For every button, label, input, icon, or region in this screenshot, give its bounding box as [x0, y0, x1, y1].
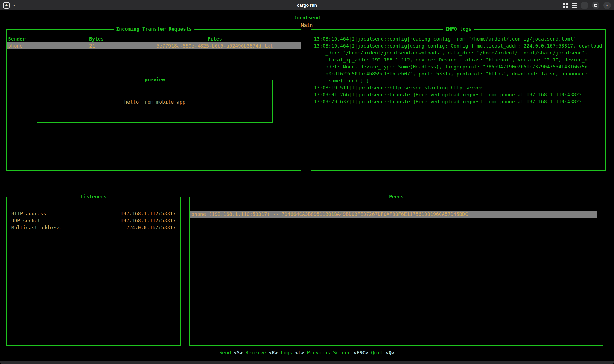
info-logs-title: INFO logs	[443, 26, 474, 32]
close-button[interactable]: ×	[603, 2, 611, 9]
incoming-transfers-table: Sender Bytes Files phone 21 5e77918a-569…	[7, 35, 301, 49]
hint-logs-key[interactable]: <L>	[295, 349, 304, 356]
tab-list-dropdown-button[interactable]: ▼	[11, 1, 17, 10]
listener-rows: HTTP address 192.168.1.112:53317 UDP soc…	[7, 197, 180, 231]
titlebar-right-controls: – ×	[563, 2, 611, 9]
titlebar-left-controls: + ▼	[3, 1, 17, 10]
minimize-icon: –	[583, 3, 586, 7]
listener-label-udp: UDP socket	[11, 217, 40, 224]
hint-receive-label: Receive	[246, 349, 266, 356]
log-line: 13:08:19.464|I|jocalsend::config|reading…	[314, 35, 603, 42]
minimize-button[interactable]: –	[581, 2, 588, 9]
table-row[interactable]: phone 21 5e77918a-569e-4825-b6b5-a52496b…	[7, 42, 301, 49]
chevron-down-icon: ▼	[13, 4, 15, 7]
listener-label-multicast: Multicast address	[11, 224, 61, 231]
preview-title: preview	[142, 76, 167, 83]
listener-label-http: HTTP address	[11, 210, 46, 217]
log-line: b0cd1622e501ac4b859c13fb1eb07", port: 53…	[314, 70, 603, 77]
peers-title: Peers	[387, 193, 406, 200]
column-header-sender: Sender	[7, 35, 85, 42]
list-item: HTTP address 192.168.1.112:53317	[11, 210, 176, 217]
log-lines[interactable]: 13:08:19.464|I|jocalsend::config|reading…	[311, 30, 605, 105]
incoming-transfers-title: Incoming Transfer Requests	[114, 26, 194, 32]
log-line: local_ip_addr: 192.168.1.112, device: De…	[314, 56, 603, 63]
tab-overview-button[interactable]	[563, 3, 568, 8]
log-line: 13:08:19.464|I|jocalsend::config|using c…	[314, 42, 603, 49]
menu-button[interactable]	[572, 3, 577, 8]
log-line: 13:09:01.266|I|jocalsend::transfer|Recei…	[314, 91, 603, 98]
maximize-button[interactable]	[592, 2, 599, 9]
preview-box: preview hello from mobile app	[37, 80, 273, 123]
peer-list-item[interactable]: phone (192.168.1.110:53317) -- 794664CA3…	[190, 211, 597, 218]
listener-value-multicast: 224.0.0.167:53317	[126, 224, 176, 231]
new-tab-button[interactable]: +	[3, 2, 10, 9]
hint-quit-key[interactable]: <Q>	[386, 349, 394, 356]
info-logs-panel: INFO logs 13:08:19.464|I|jocalsend::conf…	[311, 29, 606, 171]
list-item: UDP socket 192.168.1.112:53317	[11, 217, 176, 224]
log-line: _dir: "/home/ardent/jocalsend-downloads"…	[314, 49, 603, 56]
hint-previous-screen-key[interactable]: <ESC>	[354, 349, 368, 356]
close-icon: ×	[606, 3, 608, 7]
list-item: Multicast address 224.0.0.167:53317	[11, 224, 176, 231]
hint-send-label: Send	[219, 349, 231, 356]
hint-receive-key[interactable]: <R>	[269, 349, 278, 356]
listeners-panel: Listeners HTTP address 192.168.1.112:533…	[6, 197, 181, 346]
titlebar: + ▼ cargo run – ×	[0, 0, 614, 10]
hint-previous-screen-label: Previous Screen	[307, 349, 351, 356]
hint-quit-label: Quit	[371, 349, 383, 356]
transfer-bytes: 21	[85, 42, 128, 49]
terminal-window: + ▼ cargo run – ×	[0, 0, 614, 364]
listeners-title: Listeners	[78, 193, 109, 200]
log-line: 13:09:29.637|I|jocalsend::transfer|Recei…	[314, 98, 603, 105]
preview-content: hello from mobile app	[37, 99, 272, 105]
peers-panel: Peers phone (192.168.1.110:53317) -- 794…	[189, 197, 603, 346]
hint-send-key[interactable]: <S>	[234, 349, 243, 356]
log-line: 13:08:19.511|I|jocalsend::http_server|st…	[314, 84, 603, 91]
transfer-files: 5e77918a-569e-4825-b6b5-a52496b3874d.txt	[128, 42, 301, 49]
log-line: odel: None, device_type: Some(Headless),…	[314, 63, 603, 70]
window-bottom-edge	[0, 361, 614, 364]
column-header-files: Files	[128, 35, 301, 42]
column-header-bytes: Bytes	[85, 35, 128, 42]
app-title: Jocalsend	[291, 14, 322, 21]
incoming-transfers-panel: Incoming Transfer Requests Sender Bytes …	[6, 29, 301, 171]
listener-value-http: 192.168.1.112:53317	[120, 210, 176, 217]
window-title: cargo run	[297, 2, 317, 9]
keybinding-hints: Send <S> Receive <R> Logs <L> Previous S…	[217, 349, 397, 356]
listener-value-udp: 192.168.1.112:53317	[120, 217, 176, 224]
hint-logs-label: Logs	[281, 349, 292, 356]
current-screen-label: Main	[3, 22, 611, 29]
log-line: Some(true) } }	[314, 77, 603, 84]
peer-list: phone (192.168.1.110:53317) -- 794664CA3…	[190, 197, 603, 218]
plus-icon: +	[5, 3, 8, 8]
maximize-icon	[594, 4, 597, 7]
table-header-row: Sender Bytes Files	[7, 35, 301, 42]
transfer-sender: phone	[7, 42, 85, 49]
